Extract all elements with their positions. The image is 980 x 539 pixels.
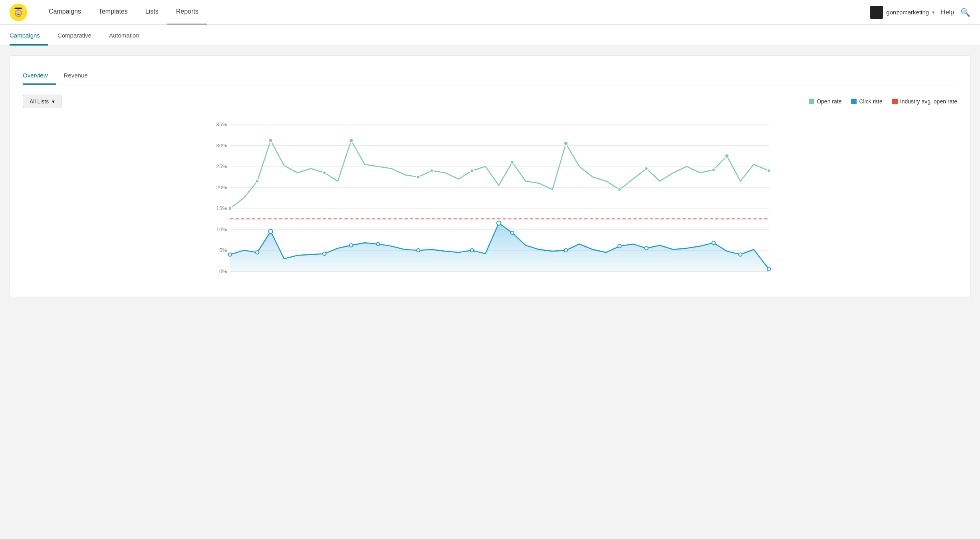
main-content: Overview Revenue All Lists ▾ Open rate C… [0,46,980,307]
svg-point-32 [430,169,433,172]
svg-point-33 [470,169,474,172]
logo [10,4,27,21]
svg-point-27 [256,180,259,183]
svg-point-41 [228,253,232,256]
legend-click-rate: Click rate [851,98,882,105]
svg-point-46 [376,242,379,246]
open-rate-line [230,141,769,208]
svg-point-48 [470,249,474,252]
logo-area[interactable] [10,4,27,21]
svg-point-44 [323,252,326,255]
svg-point-34 [510,161,514,164]
svg-point-40 [767,169,770,172]
click-rate-label: Click rate [859,98,882,105]
inner-tabs: Overview Revenue [23,67,957,85]
industry-label: Industry avg. open rate [900,98,957,105]
svg-text:0%: 0% [219,268,227,274]
tab-automation[interactable]: Automation [109,25,147,46]
click-rate-dot [851,99,857,104]
svg-point-6 [20,11,20,12]
svg-point-30 [349,139,353,143]
line-chart: 35% 30% 25% 20% 15% 10% 5% 0% [23,116,957,284]
legend-open-rate: Open rate [809,98,841,105]
legend-industry: Industry avg. open rate [892,98,957,105]
svg-point-54 [712,241,715,244]
svg-point-45 [349,244,353,247]
svg-point-39 [725,154,729,159]
nav-lists[interactable]: Lists [137,0,167,25]
nav-reports[interactable]: Reports [167,0,207,25]
svg-point-47 [417,249,420,252]
chart-legend: Open rate Click rate Industry avg. open … [809,98,957,105]
click-rate-fill [230,223,769,271]
account-chevron-icon: ▾ [932,10,934,15]
chart-controls: All Lists ▾ Open rate Click rate Industr… [23,95,957,108]
nav-right: gonzomarketing ▾ Help 🔍 [870,6,970,19]
svg-point-55 [739,253,742,256]
svg-text:20%: 20% [216,184,227,190]
tab-comparative[interactable]: Comparative [58,25,99,46]
svg-point-56 [767,268,770,271]
all-lists-button[interactable]: All Lists ▾ [23,95,61,108]
svg-point-28 [269,139,273,143]
svg-text:10%: 10% [216,226,227,232]
industry-dot [892,99,898,104]
svg-text:15%: 15% [216,205,227,211]
svg-point-37 [645,167,648,170]
nav-templates[interactable]: Templates [90,0,137,25]
overview-card: Overview Revenue All Lists ▾ Open rate C… [10,55,970,297]
inner-tab-revenue[interactable]: Revenue [64,67,96,85]
svg-text:25%: 25% [216,163,227,169]
svg-point-53 [645,247,648,250]
svg-point-51 [564,249,567,252]
account-dropdown[interactable]: gonzomarketing ▾ [870,6,934,19]
search-icon[interactable]: 🔍 [960,8,970,17]
svg-point-5 [16,11,17,12]
sub-navigation: Campaigns Comparative Automation [0,25,980,46]
svg-point-29 [323,171,326,174]
svg-point-52 [618,244,621,248]
top-navigation: Campaigns Templates Lists Reports gonzom… [0,0,980,25]
svg-point-50 [510,231,514,234]
chart-area: 35% 30% 25% 20% 15% 10% 5% 0% [23,116,957,284]
account-avatar [870,6,883,19]
svg-point-43 [269,230,273,234]
svg-rect-8 [14,8,22,9]
all-lists-label: All Lists [30,98,49,105]
nav-campaigns[interactable]: Campaigns [40,0,90,25]
svg-point-26 [228,207,232,210]
tab-campaigns[interactable]: Campaigns [10,25,48,46]
svg-point-36 [618,188,621,191]
nav-links: Campaigns Templates Lists Reports [40,0,870,25]
svg-text:30%: 30% [216,143,227,149]
svg-point-38 [712,168,715,171]
svg-text:35%: 35% [216,121,227,127]
open-rate-dot [809,99,814,104]
account-name: gonzomarketing [886,9,929,16]
open-rate-label: Open rate [817,98,841,105]
svg-point-42 [256,251,259,254]
svg-text:5%: 5% [219,247,227,253]
svg-point-31 [417,175,420,178]
filter-chevron-icon: ▾ [52,98,55,105]
help-link[interactable]: Help [941,9,954,16]
svg-point-49 [497,221,501,226]
inner-tab-overview[interactable]: Overview [23,67,56,85]
svg-point-35 [564,141,568,146]
